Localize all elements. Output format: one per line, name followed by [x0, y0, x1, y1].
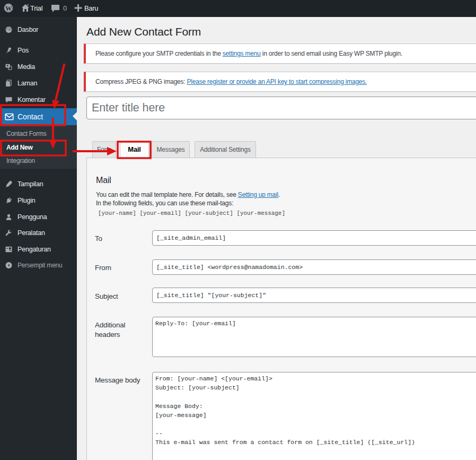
svg-text:W: W [5, 5, 12, 12]
